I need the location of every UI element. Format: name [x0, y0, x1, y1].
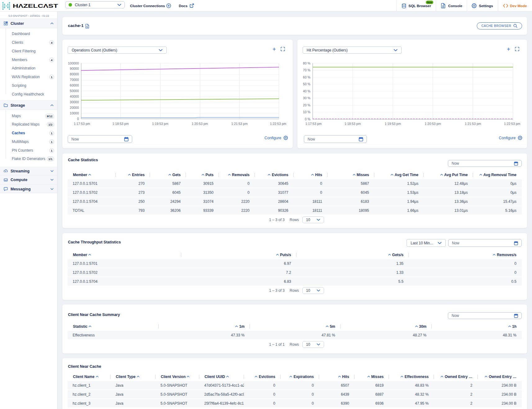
svg-text:100000: 100000	[68, 61, 79, 65]
svg-text:1:20:53 pm: 1:20:53 pm	[192, 122, 208, 126]
svg-text:10000: 10000	[70, 111, 79, 115]
svg-text:1:17:53 pm: 1:17:53 pm	[74, 122, 90, 126]
svg-text:10 %: 10 %	[303, 110, 310, 114]
svg-text:HΛZELCΛST: HΛZELCΛST	[13, 3, 58, 9]
svg-text:1:18:53 pm: 1:18:53 pm	[112, 122, 129, 126]
svg-text:50 %: 50 %	[303, 82, 310, 86]
svg-text:90000: 90000	[70, 67, 79, 70]
svg-text:60000: 60000	[70, 83, 79, 87]
svg-text:70 %: 70 %	[303, 68, 310, 72]
svg-text:1:22:53 pm: 1:22:53 pm	[270, 122, 286, 126]
svg-text:70000: 70000	[70, 78, 79, 82]
svg-text:40 %: 40 %	[303, 89, 310, 93]
svg-text:1:17:53 pm: 1:17:53 pm	[305, 122, 322, 126]
svg-text:1:19:53 pm: 1:19:53 pm	[385, 122, 401, 126]
svg-text:0 %: 0 %	[305, 117, 310, 121]
svg-text:1:18:53 pm: 1:18:53 pm	[345, 122, 361, 126]
svg-text:30000: 30000	[70, 100, 79, 104]
svg-text:1:22:53 pm: 1:22:53 pm	[504, 122, 521, 126]
svg-text:20 %: 20 %	[303, 103, 310, 107]
svg-text:80000: 80000	[70, 72, 79, 76]
svg-text:80 %: 80 %	[303, 61, 310, 65]
svg-text:1:21:53 pm: 1:21:53 pm	[465, 122, 481, 126]
svg-text:50000: 50000	[70, 89, 79, 93]
svg-text:1:19:53 pm: 1:19:53 pm	[152, 122, 169, 126]
svg-text:0: 0	[77, 117, 79, 121]
svg-text:40000: 40000	[70, 95, 79, 98]
svg-text:1:21:53 pm: 1:21:53 pm	[231, 122, 248, 126]
svg-text:30 %: 30 %	[303, 96, 310, 100]
svg-text:1:20:53 pm: 1:20:53 pm	[425, 122, 441, 126]
svg-text:60 %: 60 %	[303, 75, 310, 79]
svg-text:20000: 20000	[70, 106, 79, 109]
